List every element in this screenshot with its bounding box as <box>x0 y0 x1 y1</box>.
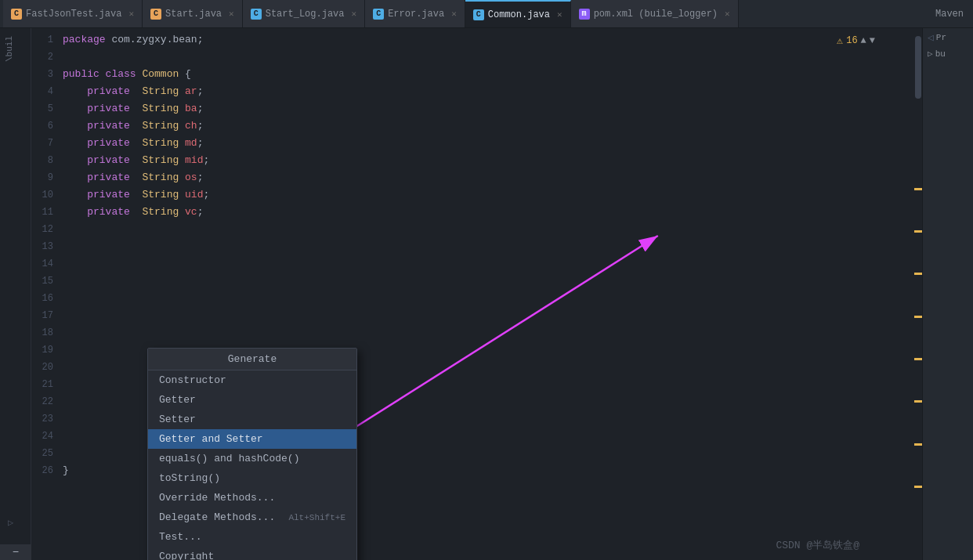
line-num-5: 5 <box>31 100 63 117</box>
right-panel-label: Pr <box>936 33 946 42</box>
line-num-13: 13 <box>31 238 63 255</box>
tab-close-start[interactable]: ✕ <box>229 9 234 19</box>
tab-icon-pom: m <box>579 9 590 20</box>
editor-area[interactable]: ⚠ 16 ▲ ▼ 1 package com.zygxy.bean; 2 3 p… <box>31 28 922 560</box>
menu-item-getter-setter[interactable]: Getter and Setter <box>148 429 356 449</box>
tab-close-pom[interactable]: ✕ <box>725 9 730 19</box>
tab-icon-fastjson: C <box>11 9 22 20</box>
code-line-5: 5 private String ba; <box>31 100 922 117</box>
tab-close-fastjson[interactable]: ✕ <box>128 9 134 19</box>
menu-item-copyright-label: Copyright <box>159 551 214 560</box>
menu-item-tostring[interactable]: toString() <box>148 468 356 488</box>
line-content-9: private String os; <box>63 169 922 186</box>
menu-item-setter-label: Setter <box>159 414 196 425</box>
menu-item-getter[interactable]: Getter <box>148 390 356 410</box>
tab-pom[interactable]: m pom.xml (buile_logger) ✕ <box>571 0 739 28</box>
menu-item-delegate[interactable]: Delegate Methods... Alt+Shift+E <box>148 508 356 527</box>
code-line-9: 9 private String os; <box>31 169 922 186</box>
scroll-mark-4 <box>914 316 922 318</box>
tab-label-pom: pom.xml (buile_logger) <box>594 9 718 20</box>
tab-error[interactable]: C Error.java ✕ <box>365 0 465 28</box>
tab-fastjson[interactable]: C FastJsonTest.java ✕ <box>3 0 143 28</box>
main-layout: \buil ▷ − ⚠ 16 ▲ ▼ 1 package com.zygxy.b… <box>0 28 973 560</box>
code-line-18: 18 <box>31 324 922 341</box>
line-num-6: 6 <box>31 117 63 135</box>
line-content-3: public class Common { <box>63 66 922 83</box>
scroll-mark-5 <box>914 358 922 360</box>
tab-icon-common: C <box>473 9 484 20</box>
context-menu-header: Generate <box>148 349 356 370</box>
code-line-7: 7 private String md; <box>31 135 922 152</box>
menu-item-test[interactable]: Test... <box>148 527 356 547</box>
line-num-24: 24 <box>31 428 63 445</box>
right-panel: ◁ Pr ▷ bu <box>922 28 973 560</box>
tab-bar: C FastJsonTest.java ✕ C Start.java ✕ C S… <box>0 0 973 28</box>
bottom-indicator: − <box>0 544 31 560</box>
code-line-4: 4 private String ar; <box>31 83 922 100</box>
tab-close-startlog[interactable]: ✕ <box>352 9 357 19</box>
tab-icon-start: C <box>150 9 161 20</box>
menu-item-override-label: Override Methods... <box>159 492 275 504</box>
tab-close-error[interactable]: ✕ <box>451 9 457 19</box>
code-line-10: 10 private String uid; <box>31 186 922 204</box>
tab-label-fastjson: FastJsonTest.java <box>26 9 121 20</box>
tab-label-startlog: Start_Log.java <box>266 9 345 20</box>
scroll-mark-8 <box>914 486 922 488</box>
tab-start[interactable]: C Start.java ✕ <box>143 0 243 28</box>
menu-item-setter[interactable]: Setter <box>148 410 356 429</box>
left-panel: \buil ▷ − <box>0 28 31 560</box>
code-line-12: 12 <box>31 221 922 238</box>
tab-icon-startlog: C <box>251 9 262 20</box>
menu-item-getter-label: Getter <box>159 394 196 406</box>
code-line-13: 13 <box>31 238 922 255</box>
menu-item-equals-hashcode-label: equals() and hashCode() <box>159 453 299 464</box>
tab-common[interactable]: C Common.java ✕ <box>465 0 571 28</box>
line-num-9: 9 <box>31 169 63 186</box>
minus-icon: − <box>13 546 19 558</box>
line-content-1: package com.zygxy.bean; <box>63 31 922 49</box>
menu-item-copyright[interactable]: Copyright <box>148 547 356 560</box>
line-num-21: 21 <box>31 376 63 393</box>
expand-icon[interactable]: ▷ <box>8 517 13 529</box>
code-line-1: 1 package com.zygxy.bean; <box>31 31 922 49</box>
line-num-19: 19 <box>31 341 63 359</box>
line-num-15: 15 <box>31 273 63 290</box>
context-menu: Generate Constructor Getter Setter Gette… <box>147 348 357 560</box>
code-line-11: 11 private String vc; <box>31 204 922 221</box>
line-num-17: 17 <box>31 307 63 324</box>
line-content-11: private String vc; <box>63 204 922 221</box>
code-line-15: 15 <box>31 273 922 290</box>
maven-tree-item-label: bu <box>935 49 946 59</box>
menu-item-override[interactable]: Override Methods... <box>148 488 356 508</box>
line-num-4: 4 <box>31 83 63 100</box>
scroll-mark-7 <box>914 443 922 446</box>
tab-label-common: Common.java <box>488 9 550 20</box>
menu-item-tostring-label: toString() <box>159 472 220 484</box>
line-num-7: 7 <box>31 135 63 152</box>
maven-tree-expand-icon: ▷ <box>928 49 933 59</box>
menu-item-constructor[interactable]: Constructor <box>148 370 356 390</box>
line-num-8: 8 <box>31 152 63 169</box>
tab-close-common[interactable]: ✕ <box>557 9 562 20</box>
line-content-6: private String ch; <box>63 117 922 135</box>
line-content-10: private String uid; <box>63 186 922 204</box>
maven-tree-item[interactable]: ▷ bu <box>923 47 973 60</box>
code-line-16: 16 <box>31 290 922 307</box>
scroll-mark-1 <box>914 188 922 190</box>
tab-startlog[interactable]: C Start_Log.java ✕ <box>243 0 365 28</box>
line-num-22: 22 <box>31 393 63 410</box>
line-num-18: 18 <box>31 324 63 341</box>
menu-item-equals-hashcode[interactable]: equals() and hashCode() <box>148 449 356 468</box>
line-num-23: 23 <box>31 410 63 428</box>
line-num-20: 20 <box>31 359 63 376</box>
line-content-5: private String ba; <box>63 100 922 117</box>
scrollbar-track[interactable] <box>914 28 922 560</box>
scroll-mark-6 <box>914 400 922 403</box>
scrollbar-thumb[interactable] <box>915 36 921 99</box>
line-num-2: 2 <box>31 49 63 66</box>
menu-item-test-label: Test... <box>159 531 202 543</box>
maven-label: Maven <box>935 9 973 20</box>
tab-label-start: Start.java <box>165 9 222 20</box>
code-line-17: 17 <box>31 307 922 324</box>
menu-item-constructor-label: Constructor <box>159 374 226 386</box>
